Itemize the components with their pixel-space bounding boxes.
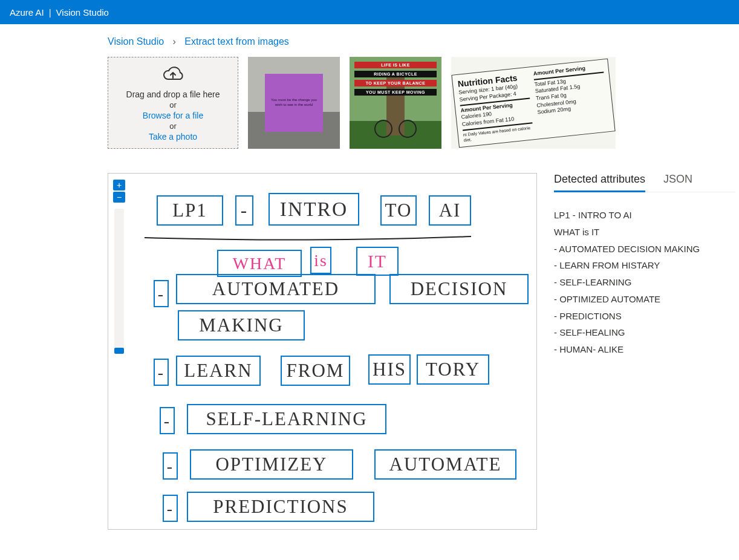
zoom-in-button[interactable]: + [113, 180, 125, 190]
detected-text-line: - PREDICTIONS [554, 308, 735, 325]
sample-image-bicycle[interactable]: LIFE IS LIKE RIDING A BICYCLE TO KEEP YO… [350, 57, 441, 149]
sample-image-sticky-note[interactable]: You must be the change you wish to see i… [248, 57, 340, 149]
zoom-out-button[interactable]: − [113, 192, 125, 203]
detected-text-line: - SELF-HEALING [554, 324, 735, 341]
ocr-word-box: - [154, 280, 169, 307]
detected-text-line: - LEARN FROM HISTARY [554, 257, 735, 274]
breadcrumb-root[interactable]: Vision Studio [108, 36, 164, 47]
ocr-word-box: - [154, 359, 169, 386]
detected-text-line: LP1 - INTRO TO AI [554, 207, 735, 224]
zoom-controls: + − [113, 180, 125, 203]
ocr-word-box: MAKING [178, 310, 305, 340]
ocr-word-box: SELF-LEARNING [187, 404, 386, 434]
quote-labels: LIFE IS LIKE RIDING A BICYCLE TO KEEP YO… [354, 62, 437, 96]
zoom-slider-track[interactable] [114, 209, 124, 354]
ocr-word-box: WHAT [217, 250, 302, 277]
tab-detected-attributes[interactable]: Detected attributes [554, 173, 645, 192]
ocr-word-box: - [163, 495, 178, 522]
take-photo-link[interactable]: Take a photo [149, 132, 197, 142]
ocr-word-box: AI [429, 195, 471, 226]
ocr-word-box: AUTOMATED [176, 274, 376, 304]
zoom-slider-thumb[interactable] [114, 348, 124, 354]
ocr-word-box: TORY [417, 354, 489, 385]
ocr-word-box: PREDICTIONS [187, 492, 374, 522]
quote-line: YOU MUST KEEP MOVING [354, 89, 437, 96]
upload-or1: or [169, 100, 177, 109]
ocr-word-box: - [163, 452, 178, 480]
ocr-word-box: HIS [368, 354, 411, 385]
handwriting-canvas: LP1-INTROTOAIWHATisIT-AUTOMATEDDECISIONM… [132, 177, 530, 526]
image-viewer: + − LP1-INTROTOAIWHATisIT-AUTOMATEDDECIS… [108, 173, 537, 530]
ocr-word-box: DECISION [389, 274, 529, 304]
detected-text-line: - HUMAN- ALIKE [554, 341, 735, 358]
header-bar: Azure AI | Vision Studio [0, 0, 739, 24]
ocr-word-box: INTRO [269, 193, 359, 226]
detected-text-line: WHAT is IT [554, 224, 735, 241]
ocr-word-box: LEARN [176, 356, 261, 386]
nutrition-label: Nutrition Facts Serving size: 1 bar (40g… [451, 58, 615, 147]
quote-line: RIDING A BICYCLE [354, 71, 437, 77]
upload-drag-text: Drag and drop a file here [126, 90, 220, 99]
header-separator: | [49, 7, 51, 18]
cloud-upload-icon [160, 65, 186, 85]
ocr-word-box: - [160, 407, 175, 434]
sample-image-nutrition[interactable]: Nutrition Facts Serving size: 1 bar (40g… [451, 57, 616, 149]
ocr-word-box: LP1 [157, 195, 223, 226]
quote-line: LIFE IS LIKE [354, 62, 437, 68]
browse-file-link[interactable]: Browse for a file [143, 111, 203, 120]
sticky-note: You must be the change you wish to see i… [265, 74, 323, 132]
results-panel: Detected attributes JSON LP1 - INTRO TO … [554, 173, 735, 530]
breadcrumb: Vision Studio › Extract text from images [0, 24, 739, 57]
ocr-word-box: IT [356, 247, 399, 276]
ocr-word-box: - [235, 195, 253, 226]
upload-dropzone[interactable]: Drag and drop a file here or Browse for … [108, 57, 238, 149]
ocr-word-box: OPTIMIZEY [190, 449, 353, 480]
detected-text-line: - OPTIMIZED AUTOMATE [554, 291, 735, 308]
results-tabs: Detected attributes JSON [554, 173, 735, 192]
product-label: Vision Studio [56, 7, 109, 18]
chevron-right-icon: › [173, 36, 176, 47]
samples-row: Drag and drop a file here or Browse for … [0, 57, 739, 149]
breadcrumb-current[interactable]: Extract text from images [184, 36, 289, 47]
detected-text-line: - AUTOMATED DECISION MAKING [554, 241, 735, 258]
brand-label: Azure AI [10, 7, 44, 18]
bicycle-icon [374, 114, 417, 138]
upload-or2: or [169, 122, 177, 131]
ocr-word-box: FROM [281, 356, 350, 386]
detected-text-line: - SELF-LEARNING [554, 274, 735, 291]
detected-text-list: LP1 - INTRO TO AIWHAT is IT- AUTOMATED D… [554, 192, 735, 358]
tab-json[interactable]: JSON [663, 173, 692, 192]
ocr-word-box: AUTOMATE [374, 449, 516, 480]
quote-line: TO KEEP YOUR BALANCE [354, 80, 437, 86]
ocr-word-box: is [310, 247, 331, 274]
ocr-word-box: TO [380, 195, 417, 226]
